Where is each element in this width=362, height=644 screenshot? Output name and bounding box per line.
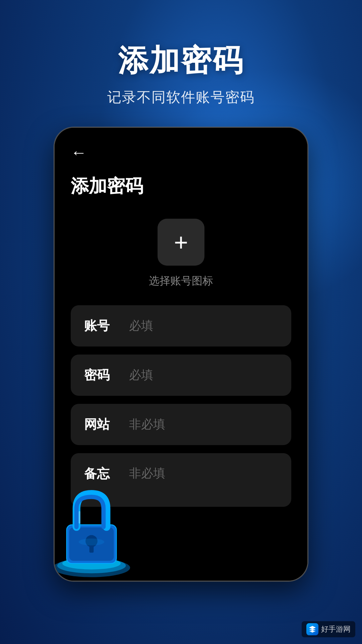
account-field[interactable]: 账号 必填 — [71, 305, 291, 346]
svg-point-7 — [79, 539, 105, 545]
account-input[interactable]: 必填 — [129, 318, 278, 334]
plus-icon: + — [174, 230, 188, 254]
password-field[interactable]: 密码 必填 — [71, 355, 291, 396]
note-input[interactable]: 非必填 — [129, 465, 278, 482]
header-subtitle: 记录不同软件账号密码 — [0, 88, 362, 107]
lock-decoration — [54, 473, 135, 581]
password-input[interactable]: 必填 — [129, 367, 278, 383]
account-label: 账号 — [84, 317, 121, 334]
icon-picker-label: 选择账号图标 — [149, 274, 213, 288]
website-input[interactable]: 非必填 — [129, 416, 278, 433]
header-title: 添加密码 — [0, 40, 362, 81]
website-label: 网站 — [84, 416, 121, 433]
website-field[interactable]: 网站 非必填 — [71, 404, 291, 445]
watermark-icon — [306, 623, 318, 635]
phone-mockup: ← 添加密码 + 选择账号图标 账号 必填 密码 必填 网站 非必填 — [54, 127, 308, 582]
watermark: 好手游网 — [302, 621, 355, 637]
watermark-text: 好手游网 — [321, 624, 351, 634]
icon-picker-area: + 选择账号图标 — [71, 219, 291, 288]
password-label: 密码 — [84, 367, 121, 384]
page-title: 添加密码 — [71, 174, 291, 199]
icon-picker-button[interactable]: + — [158, 219, 204, 266]
back-button[interactable]: ← — [71, 145, 87, 161]
header-section: 添加密码 记录不同软件账号密码 — [0, 0, 362, 127]
